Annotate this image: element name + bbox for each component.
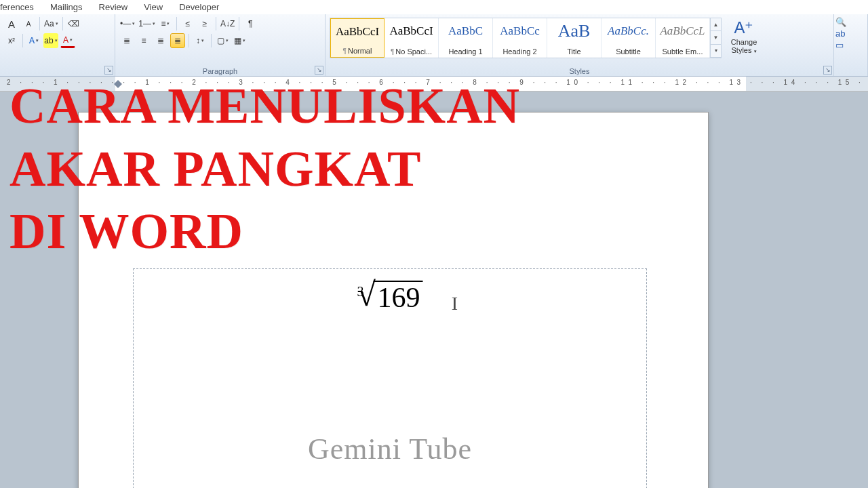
numbering-button[interactable]: 1— <box>138 16 156 31</box>
pilcrow-icon: ¶ <box>391 48 394 56</box>
shrink-font-button[interactable]: A <box>21 16 36 31</box>
menu-item-view[interactable]: View <box>144 2 163 12</box>
style-name: Subtle Em... <box>657 47 708 56</box>
overlay-title: CARA MENULISKAN AKAR PANGKAT DI WORD <box>9 75 520 263</box>
style-preview: AaBbCcL <box>657 20 708 42</box>
superscript-button[interactable]: x² <box>4 33 19 48</box>
group-styles: AaBbCcI¶NormalAaBbCcI¶No Spaci...AaBbCHe… <box>326 14 834 76</box>
grow-font-button[interactable]: A <box>4 16 19 31</box>
group-paragraph: •— 1— ≡ ≤ ≥ A↓Z ¶ ≣ ≡ ≣ ≣ ↕ ▢ ▦ Paragrap… <box>115 14 326 76</box>
gallery-scroll: ▲ ▼ ▾ <box>710 18 721 58</box>
watermark-text: Gemini Tube <box>134 432 646 466</box>
equation: 3 169 <box>357 281 423 314</box>
gallery-more-button[interactable]: ▾ <box>711 45 721 58</box>
style-preview: AaB <box>549 20 599 42</box>
multilevel-button[interactable]: ≡ <box>158 16 173 31</box>
change-styles-button[interactable]: A⁺ Change Styles ▾ <box>726 16 762 58</box>
style-item-6[interactable]: AaBbCcLSubtle Em... <box>656 18 710 58</box>
style-name: ¶No Spaci... <box>386 47 437 56</box>
radical-sign: 169 <box>361 281 423 314</box>
text-cursor-icon: I <box>452 293 458 314</box>
equation-field[interactable]: 3 169 I Gemini Tube <box>133 268 647 488</box>
style-name: Heading 2 <box>494 47 545 56</box>
change-styles-icon: A⁺ <box>727 19 761 37</box>
align-left-button[interactable]: ≣ <box>119 33 134 48</box>
menu-item-developer[interactable]: Developer <box>179 2 219 12</box>
find-button[interactable]: 🔍 <box>835 17 866 27</box>
decrease-indent-button[interactable]: ≤ <box>180 16 195 31</box>
align-center-button[interactable]: ≡ <box>136 33 151 48</box>
menu-item-references[interactable]: ferences <box>0 2 34 12</box>
group-editing: 🔍 ab ▭ <box>834 14 868 76</box>
style-item-4[interactable]: AaBTitle <box>547 18 601 58</box>
line-spacing-button[interactable]: ↕ <box>193 33 208 48</box>
paragraph-dialog-launcher[interactable]: ↘ <box>315 66 323 75</box>
group-font: A A Aa ⌫ x² A ab A ↘ <box>0 14 115 76</box>
menu-item-mailings[interactable]: Mailings <box>50 2 83 12</box>
styles-gallery: AaBbCcI¶NormalAaBbCcI¶No Spaci...AaBbCHe… <box>330 18 722 58</box>
font-color-button[interactable]: A <box>60 33 75 48</box>
align-right-button[interactable]: ≣ <box>153 33 168 48</box>
replace-button[interactable]: ab <box>835 28 866 39</box>
style-preview: AaBbCc <box>494 20 545 42</box>
sort-button[interactable]: A↓Z <box>220 16 235 31</box>
justify-button[interactable]: ≣ <box>170 33 185 48</box>
style-name: Subtitle <box>603 47 654 56</box>
style-item-3[interactable]: AaBbCcHeading 2 <box>493 18 547 58</box>
menu-item-review[interactable]: Review <box>99 2 128 12</box>
bullets-button[interactable]: •— <box>119 16 136 31</box>
style-preview: AaBbCc. <box>603 20 654 42</box>
increase-indent-button[interactable]: ≥ <box>197 16 212 31</box>
style-item-1[interactable]: AaBbCcI¶No Spaci... <box>384 18 439 58</box>
style-name: Title <box>549 47 599 56</box>
highlight-button[interactable]: ab <box>43 33 58 48</box>
borders-button[interactable]: ▦ <box>232 33 247 48</box>
style-preview: AaBbCcI <box>332 21 382 43</box>
gallery-up-button[interactable]: ▲ <box>711 18 721 31</box>
font-dialog-launcher[interactable]: ↘ <box>104 66 113 75</box>
styles-dialog-launcher[interactable]: ↘ <box>823 66 832 75</box>
show-marks-button[interactable]: ¶ <box>243 16 258 31</box>
style-item-2[interactable]: AaBbCHeading 1 <box>439 18 493 58</box>
select-button[interactable]: ▭ <box>835 40 866 50</box>
shading-button[interactable]: ▢ <box>215 33 230 48</box>
style-item-0[interactable]: AaBbCcI¶Normal <box>330 18 384 58</box>
style-item-5[interactable]: AaBbCc.Subtitle <box>601 18 656 58</box>
style-name: Heading 1 <box>440 47 491 56</box>
pilcrow-icon: ¶ <box>343 47 347 55</box>
change-case-button[interactable]: Aa <box>43 16 59 31</box>
gallery-down-button[interactable]: ▼ <box>711 31 721 44</box>
style-preview: AaBbC <box>440 20 491 42</box>
ribbon: A A Aa ⌫ x² A ab A ↘ •— 1— ≡ ≤ ≥ A↓Z ¶ <box>0 14 868 77</box>
style-name: ¶Normal <box>332 47 382 55</box>
style-preview: AaBbCcI <box>386 20 437 42</box>
radicand[interactable]: 169 <box>374 281 423 313</box>
clear-format-button[interactable]: ⌫ <box>66 16 81 31</box>
text-effects-button[interactable]: A <box>26 33 41 48</box>
menu-bar: ferences Mailings Review View Developer <box>0 0 868 14</box>
